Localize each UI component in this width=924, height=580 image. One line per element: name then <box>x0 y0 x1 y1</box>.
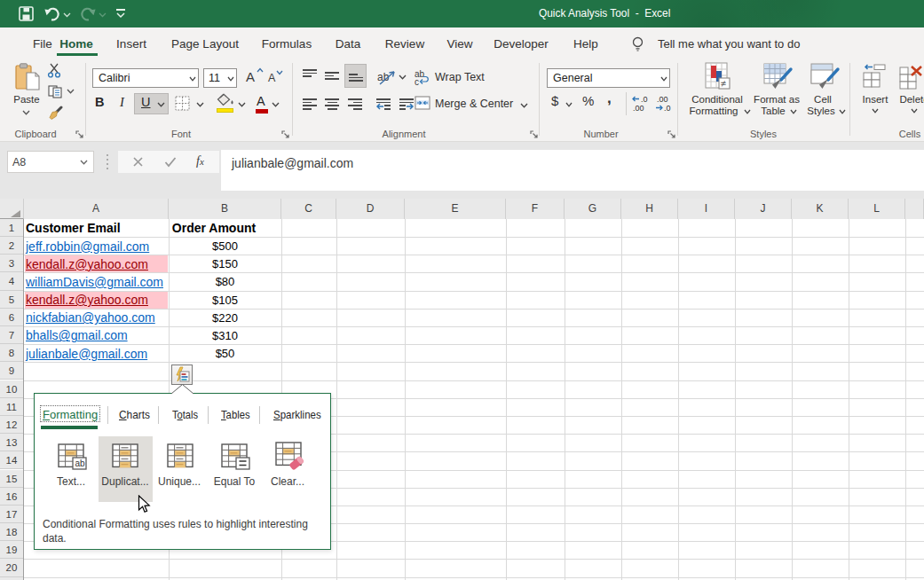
svg-text:.0: .0 <box>664 104 671 112</box>
svg-text:.00: .00 <box>657 95 668 104</box>
svg-text:.0: .0 <box>641 95 648 104</box>
svg-text:ab: ab <box>75 459 86 468</box>
svg-text:c: c <box>415 77 419 85</box>
svg-text:.00: .00 <box>633 104 644 112</box>
svg-text:≠: ≠ <box>721 78 726 89</box>
